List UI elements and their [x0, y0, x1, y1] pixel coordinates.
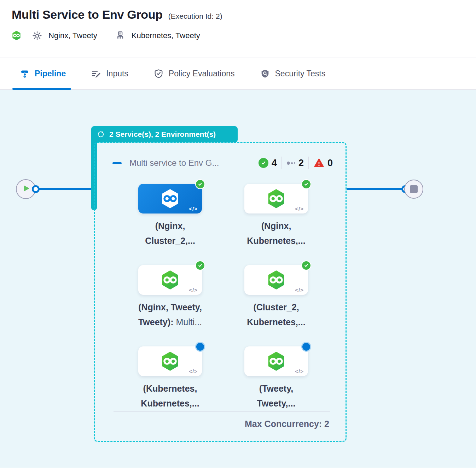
tab-inputs-label: Inputs — [106, 69, 128, 78]
matrix-stage-group: Multi service to Env G... 4 2 — [94, 142, 347, 442]
harness-step-icon — [161, 269, 180, 291]
tab-inputs[interactable]: Inputs — [84, 58, 134, 89]
node-label: (Cluster_2, Kubernetes,... — [223, 300, 329, 329]
execution-tabs: Pipeline Inputs Policy Evaluations — [0, 58, 476, 90]
node-label: (Tweety, Tweety,... — [223, 381, 329, 411]
harness-step-icon — [267, 351, 286, 372]
collapse-stage-icon[interactable] — [112, 162, 122, 164]
running-count: 2 — [287, 158, 304, 169]
stop-icon — [410, 185, 418, 193]
tab-security-tests[interactable]: Security Tests — [253, 58, 331, 89]
connector-dot-left — [32, 185, 40, 193]
node-card[interactable]: </> — [244, 184, 308, 213]
harness-step-icon — [267, 188, 286, 209]
pipeline-icon — [19, 69, 30, 79]
tab-policy-evaluations-label: Policy Evaluations — [169, 69, 235, 78]
harness-step-icon — [267, 269, 286, 291]
pipeline-end-node[interactable] — [404, 180, 423, 199]
node-card[interactable]: </> — [244, 346, 308, 376]
pipeline-node: </> (Cluster_2, Kubernetes,... — [223, 265, 329, 329]
inputs-icon — [91, 69, 101, 79]
code-icon: </> — [189, 368, 198, 374]
environments-list: Kubernetes, Tweety — [132, 31, 200, 40]
stage-name[interactable]: Multi service to Env G... — [129, 158, 219, 168]
success-badge-icon — [195, 179, 205, 189]
success-badge-icon — [301, 261, 311, 270]
pipeline-node: </> (Tweety, Tweety,... — [223, 346, 329, 411]
success-count: 4 — [259, 158, 277, 169]
tab-policy-evaluations[interactable]: Policy Evaluations — [146, 58, 240, 89]
harness-logo-icon — [12, 30, 21, 41]
node-card[interactable]: </> — [244, 265, 308, 295]
failed-count: 0 — [314, 158, 333, 169]
pipeline-node: </> (Nginx, Tweety, Tweety): Multi... — [117, 265, 223, 329]
success-count-value: 4 — [272, 158, 277, 169]
stage-header: Multi service to Env G... 4 2 — [112, 157, 333, 169]
execution-id: (Execution Id: 2) — [168, 12, 222, 21]
services-gear-icon — [32, 30, 42, 41]
environments-icon — [115, 30, 126, 41]
success-badge-icon — [195, 261, 205, 270]
node-label: (Nginx, Cluster_2,... — [117, 218, 223, 248]
success-badge-icon — [301, 179, 311, 189]
execution-header: Multi Service to Env Group (Execution Id… — [0, 0, 476, 58]
play-icon — [21, 184, 30, 194]
tab-pipeline-label: Pipeline — [35, 69, 66, 78]
max-concurrency-label: Max Concurrency: 2 — [245, 419, 329, 429]
count-divider — [308, 157, 309, 169]
running-dots-icon — [287, 162, 295, 165]
code-icon: </> — [189, 287, 198, 293]
node-label: (Nginx, Kubernetes,... — [223, 218, 329, 248]
tab-security-tests-label: Security Tests — [275, 69, 326, 78]
execution-meta: Nginx, Tweety Kubernetes, Tweety — [12, 30, 469, 41]
code-icon: </> — [189, 206, 198, 212]
node-card[interactable]: </> — [138, 346, 202, 376]
node-label: (Nginx, Tweety, Tweety): Multi... — [117, 300, 223, 329]
harness-step-icon — [161, 351, 180, 372]
policy-evaluations-icon — [153, 69, 164, 79]
count-divider — [281, 157, 282, 169]
max-concurrency-divider — [114, 411, 330, 411]
running-badge-icon — [195, 342, 205, 352]
services-list: Nginx, Tweety — [48, 31, 97, 40]
connector-line-right — [347, 188, 405, 190]
node-label: (Kubernetes, Kubernetes,... — [117, 381, 223, 411]
node-card[interactable]: </> — [138, 184, 202, 213]
warning-icon — [314, 158, 324, 168]
code-icon: </> — [295, 206, 304, 212]
matrix-label-text: 2 Service(s), 2 Environment(s) — [109, 130, 216, 139]
harness-step-icon — [161, 188, 180, 209]
pipeline-node: </> (Kubernetes, Kubernetes,... — [117, 346, 223, 411]
code-icon: </> — [295, 287, 304, 293]
failed-count-value: 0 — [327, 158, 333, 169]
pipeline-canvas[interactable]: 2 Service(s), 2 Environment(s) Multi ser… — [0, 90, 476, 468]
running-badge-icon — [301, 342, 311, 352]
loop-icon — [97, 130, 105, 139]
pipeline-node: </> (Nginx, Cluster_2,... — [117, 184, 223, 248]
code-icon: </> — [295, 368, 304, 374]
title-row: Multi Service to Env Group (Execution Id… — [12, 8, 469, 22]
running-count-value: 2 — [298, 158, 304, 169]
success-check-icon — [259, 158, 268, 168]
status-counts: 4 2 0 — [259, 157, 333, 169]
tab-pipeline[interactable]: Pipeline — [12, 58, 71, 89]
pipeline-node: </> (Nginx, Kubernetes,... — [223, 184, 329, 248]
security-tests-icon — [260, 69, 271, 79]
node-card[interactable]: </> — [138, 265, 202, 295]
page-title: Multi Service to Env Group — [12, 8, 163, 22]
connector-line-left — [36, 188, 94, 190]
matrix-label[interactable]: 2 Service(s), 2 Environment(s) — [91, 126, 238, 142]
